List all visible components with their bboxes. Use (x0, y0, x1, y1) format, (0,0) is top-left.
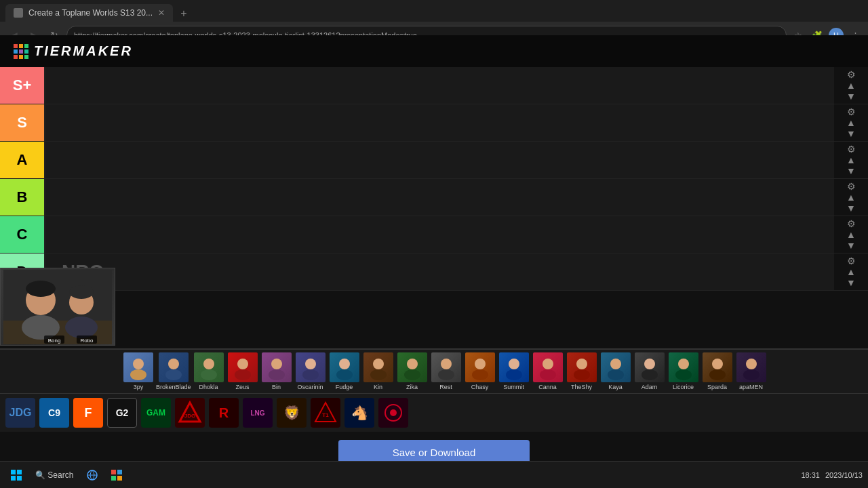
webcam-overlay: Bong Robo (0, 268, 115, 346)
gear-icon-s[interactable]: ⚙ (847, 107, 856, 117)
svg-point-36 (746, 359, 757, 369)
list-item[interactable]: Dhokla (193, 352, 225, 390)
taskbar-windows-icon[interactable] (106, 464, 127, 486)
tier-content-splus[interactable] (44, 67, 834, 104)
taskbar-start-button[interactable] (5, 464, 27, 486)
svg-point-7 (235, 369, 251, 380)
player-avatar (635, 352, 665, 382)
list-item[interactable]: TheShy (566, 352, 598, 390)
player-name: Bin (272, 384, 281, 390)
list-item[interactable]: JDG (175, 398, 205, 428)
taskbar-right-area: 18:31 2023/10/13 (801, 471, 863, 479)
tab-title: Create a Toplane Worlds S13 20... (28, 8, 153, 18)
arrow-up-icon-c[interactable]: ▲ (846, 230, 856, 239)
svg-point-43 (390, 409, 397, 416)
svg-point-35 (709, 369, 726, 380)
list-item[interactable]: Adam (633, 352, 666, 390)
player-name: Summit (503, 384, 524, 390)
list-item[interactable]: Canna (532, 352, 564, 390)
svg-rect-63 (117, 470, 122, 474)
svg-point-11 (302, 369, 319, 380)
gear-icon-splus[interactable]: ⚙ (847, 70, 856, 79)
tier-content-s[interactable] (44, 104, 834, 141)
player-name: Fudge (336, 384, 353, 390)
list-item[interactable]: Chasy (464, 352, 496, 390)
list-item[interactable]: 🦁 (277, 398, 307, 428)
arrow-down-icon-s[interactable]: ▼ (846, 129, 856, 138)
list-item[interactable]: Zeus (226, 352, 259, 390)
list-item[interactable]: Rest (430, 352, 462, 390)
list-item[interactable]: Sparda (701, 352, 734, 390)
list-item[interactable]: Oscarinin (294, 352, 327, 390)
tab-close-button[interactable]: ✕ (158, 8, 165, 18)
arrow-up-icon-a[interactable]: ▲ (846, 155, 856, 165)
browser-tab-active[interactable]: Create a Toplane Worlds S13 20... ✕ (5, 4, 173, 22)
player-name: Canna (538, 384, 557, 390)
browser-chrome: Create a Toplane Worlds S13 20... ✕ + ◀ … (0, 0, 868, 35)
list-item[interactable]: GAM (141, 398, 171, 428)
player-avatar (703, 352, 732, 382)
list-item[interactable]: Kin (362, 352, 395, 390)
tier-content-a[interactable] (44, 142, 834, 178)
list-item[interactable]: Bin (260, 352, 293, 390)
list-item[interactable] (378, 398, 408, 428)
svg-text:Robo: Robo (80, 338, 94, 344)
new-tab-button[interactable]: + (176, 5, 192, 22)
arrow-up-icon-b[interactable]: ▲ (846, 192, 856, 202)
svg-point-18 (441, 359, 452, 369)
tier-content-c[interactable] (44, 216, 834, 253)
svg-point-20 (475, 359, 486, 369)
arrow-down-icon-splus[interactable]: ▼ (846, 92, 856, 101)
list-item[interactable]: R (209, 398, 239, 428)
logo-grid-cell (24, 44, 28, 48)
tier-row-b: B ⚙ ▲ ▼ (0, 179, 868, 216)
svg-point-8 (271, 359, 282, 369)
list-item[interactable]: G2 (107, 398, 137, 428)
svg-text:T1: T1 (322, 412, 329, 418)
taskbar-search-button[interactable]: 🔍 Search (30, 464, 79, 486)
svg-point-3 (165, 369, 182, 380)
player-avatar (330, 352, 359, 382)
player-name: Sparda (707, 384, 727, 390)
tier-content-b[interactable] (44, 179, 834, 216)
svg-point-48 (26, 281, 56, 297)
arrow-down-icon-c[interactable]: ▼ (846, 241, 856, 250)
list-item[interactable]: LNG (243, 398, 273, 428)
arrow-up-icon-splus[interactable]: ▲ (846, 81, 856, 90)
gear-icon-b[interactable]: ⚙ (847, 182, 856, 191)
list-item[interactable]: 3py (122, 352, 155, 390)
list-item[interactable]: Licorice (667, 352, 700, 390)
taskbar-browser-button[interactable] (81, 464, 103, 486)
gear-icon-d[interactable]: ⚙ (847, 256, 856, 266)
teams-strip[interactable]: JDG C9 F G2 GAM JDG (0, 394, 868, 432)
player-avatar (567, 352, 597, 382)
list-item[interactable]: Fudge (328, 352, 361, 390)
player-avatar (431, 352, 461, 382)
list-item[interactable]: T1 (311, 398, 340, 428)
list-item[interactable]: Summit (498, 352, 530, 390)
players-strip[interactable]: 3py BrokenBlade Dhokla Zeus (0, 350, 868, 394)
list-item[interactable]: C9 (39, 398, 69, 428)
arrow-down-icon-a[interactable]: ▼ (846, 166, 856, 176)
list-item[interactable]: apaMEN (735, 352, 768, 390)
arrow-up-icon-d[interactable]: ▲ (846, 267, 856, 277)
player-name: Licorice (673, 384, 694, 390)
list-item[interactable]: 🐴 (344, 398, 374, 428)
list-item[interactable]: F (73, 398, 103, 428)
tier-content-d[interactable]: NRG (44, 253, 834, 290)
player-name: Kin (374, 384, 382, 390)
arrow-up-icon-s[interactable]: ▲ (846, 118, 856, 127)
arrow-down-icon-b[interactable]: ▼ (846, 203, 856, 213)
list-item[interactable]: Kaya (599, 352, 632, 390)
tab-favicon (14, 8, 23, 18)
list-item[interactable]: Zika (396, 352, 429, 390)
gear-icon-a[interactable]: ⚙ (847, 144, 856, 154)
gear-icon-c[interactable]: ⚙ (847, 219, 856, 228)
player-name: 3py (134, 384, 144, 390)
tier-controls-b: ⚙ ▲ ▼ (834, 179, 868, 216)
tier-label-b: B (0, 179, 44, 216)
arrow-down-icon-d[interactable]: ▼ (846, 278, 856, 287)
player-avatar (397, 352, 427, 382)
list-item[interactable]: BrokenBlade (156, 352, 191, 390)
list-item[interactable]: JDG (5, 398, 35, 428)
